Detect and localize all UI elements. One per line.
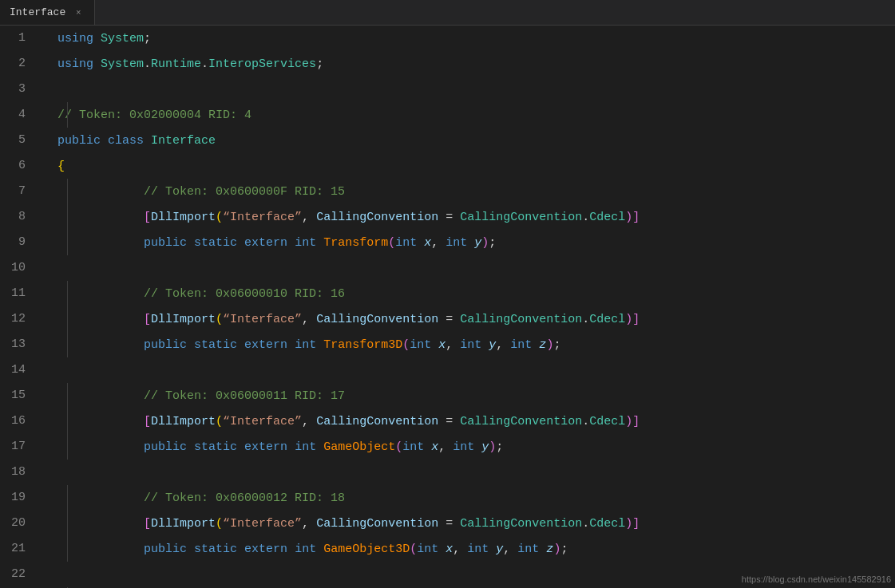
token-kw: static [194,440,237,454]
token-type: int [460,338,481,352]
token-paren2: ( [402,338,410,352]
token-ns: Runtime [151,57,201,71]
tab-label: Interface [10,6,65,18]
token-plain: . [582,415,589,428]
token-type: int [446,236,467,250]
token-var-y: y [481,440,489,454]
token-paren2: ) [489,440,496,454]
token-comment: // Token: 0x06000012 RID: 18 [144,491,345,505]
watermark: https://blog.csdn.net/weixin145582916 [742,574,891,584]
token-kw: extern [244,338,287,352]
code-line: // Token: 0x06000010 RID: 16 [51,281,895,306]
line-numbers: 123456789101112131415161718192021222324 [0,26,48,588]
token-comment: // Token: 0x06000010 RID: 16 [144,287,345,301]
token-bracket: [ [144,517,151,531]
token-plain: . [201,57,208,71]
line-number: 15 [0,383,35,408]
token-attr: DllImport [151,211,216,224]
token-enum-val: CallingConvention [460,415,582,428]
token-var-x: x [424,236,431,250]
token-type: int [295,236,316,250]
token-plain [539,543,546,556]
code-line [51,357,895,383]
code-line: { [51,153,895,179]
token-plain [287,236,295,250]
token-enum-val: CallingConvention [460,211,582,224]
token-type: int [295,338,316,352]
token-paren: ( [216,415,223,428]
token-type: int [402,440,424,454]
token-kw: public [144,543,187,556]
token-enum-val: Cdecl [589,211,625,224]
token-method-orange: Transform3D [323,338,402,352]
line-number: 3 [0,77,35,102]
line-number: 10 [0,255,35,281]
tab-interface[interactable]: Interface × [0,0,95,25]
token-var-x: x [431,440,438,454]
line-number: 2 [0,51,35,77]
token-kw: extern [244,543,287,556]
code-line: public static extern int Transform3D(int… [51,332,895,357]
token-plain [287,338,295,352]
token-plain [424,440,431,454]
token-paren2: ( [410,543,417,556]
code-line [51,460,895,485]
code-line: [DllImport(“Interface”, CallingConventio… [51,306,895,332]
token-plain: . [582,313,589,326]
token-kw: public [144,338,187,352]
token-attr: CallingConvention [316,517,438,531]
token-string: “Interface” [223,313,302,326]
token-ns: System [101,32,144,45]
line-number: 7 [0,179,35,204]
code-line [51,255,895,281]
token-attr: DllImport [151,313,216,326]
token-ns: InteropServices [208,57,316,71]
tab-close-button[interactable]: × [72,6,85,19]
token-plain [187,338,194,352]
token-class-name: Interface [151,134,216,148]
token-comment: // Token: 0x0600000F RID: 15 [144,185,345,199]
token-var-x: x [446,543,453,556]
token-kw: static [194,338,237,352]
token-bracket: )] [625,313,640,326]
code-content[interactable]: using System;using System.Runtime.Intero… [48,26,895,588]
code-line: using System; [51,26,895,51]
token-type: int [295,440,316,454]
token-paren2: ) [553,543,560,556]
token-kw: using [57,32,93,45]
token-plain [237,338,244,352]
token-plain [417,236,424,250]
token-enum-val: CallingConvention [460,517,582,531]
token-plain [93,32,101,45]
token-var-y: y [496,543,503,556]
token-plain: , [302,517,316,531]
line-number: 19 [0,485,35,511]
token-plain [431,338,438,352]
token-kw: static [194,236,237,250]
token-enum-val: Cdecl [589,517,625,531]
token-plain: , [496,338,510,352]
tab-bar: Interface × [0,0,895,26]
code-line: public static extern int Transform(int x… [51,230,895,255]
token-bracket: )] [625,415,640,428]
line-number: 8 [0,204,35,230]
token-enum-val: Cdecl [589,313,625,326]
token-plain [287,543,295,556]
token-plain [316,338,323,352]
token-plain: ; [316,57,323,71]
token-plain: , [302,415,316,428]
token-attr: CallingConvention [316,313,438,326]
line-number: 11 [0,281,35,306]
token-enum-val: Cdecl [589,415,625,428]
token-kw: public [144,440,187,454]
token-paren: ( [216,211,223,224]
token-plain: , [438,440,453,454]
token-enum-val: CallingConvention [460,313,582,326]
token-plain [237,543,244,556]
token-attr: CallingConvention [316,415,438,428]
token-kw: public [144,236,187,250]
token-plain: ; [144,32,151,45]
line-number: 4 [0,102,35,128]
token-plain: = [438,415,460,428]
token-kw: extern [244,440,287,454]
